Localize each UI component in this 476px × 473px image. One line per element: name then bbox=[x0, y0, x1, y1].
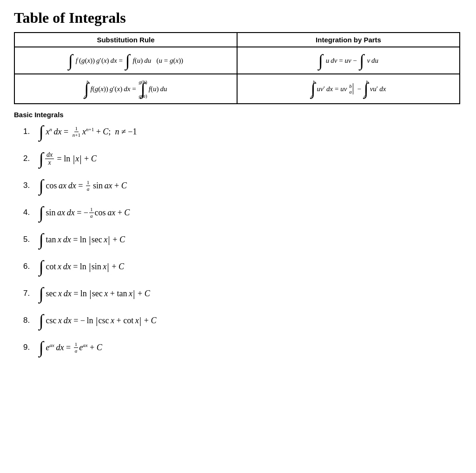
section-title: Basic Integrals bbox=[14, 111, 462, 119]
integral-icon-2: ∫ bbox=[126, 52, 130, 69]
list-item: 6. ∫ cot x dx = ln | sin x | + C bbox=[14, 258, 462, 275]
int-limits-ab-2: b ∫ a bbox=[311, 79, 316, 99]
list-item: 1. ∫ xn dx = 1 n+1 xn+1 + C; n ≠ −1 bbox=[14, 123, 462, 140]
table-row-2: b ∫ a f(g(x)) g′(x) dx = g(b) ∫ g(a) f(u… bbox=[15, 74, 459, 103]
table-header-row: Substitution Rule Integration by Parts bbox=[15, 33, 459, 47]
eval-bar: b a bbox=[349, 83, 353, 94]
row2-left: b ∫ a f(g(x)) g′(x) dx = g(b) ∫ g(a) f(u… bbox=[15, 74, 238, 103]
integral-icon: ∫ bbox=[68, 52, 73, 69]
header-substitution: Substitution Rule bbox=[15, 33, 238, 47]
list-item: 4. ∫ sin ax dx = − 1 a cos ax + C bbox=[14, 204, 462, 221]
integrals-table: Substitution Rule Integration by Parts ∫… bbox=[14, 32, 460, 104]
page-title: Table of Integrals bbox=[14, 9, 462, 27]
list-item: 8. ∫ csc x dx = − ln | csc x + cot x | +… bbox=[14, 312, 462, 329]
row1-right: ∫ u dv = uv − ∫ v du bbox=[238, 47, 459, 73]
integral-list: 1. ∫ xn dx = 1 n+1 xn+1 + C; n ≠ −1 2. ∫… bbox=[14, 123, 462, 356]
list-item: 5. ∫ tan x dx = ln | sec x | + C bbox=[14, 231, 462, 248]
table-row-1: ∫ f (g(x)) g′(x) dx = ∫ f(u) du (u = g(x… bbox=[15, 47, 459, 74]
list-item: 7. ∫ sec x dx = ln | sec x + tan x | + C bbox=[14, 285, 462, 302]
int-limits-gab: g(b) ∫ g(a) bbox=[139, 79, 147, 99]
list-item: 2. ∫ dx x = ln | x | + C bbox=[14, 150, 462, 167]
header-integration-by-parts: Integration by Parts bbox=[238, 33, 459, 47]
row1-left: ∫ f (g(x)) g′(x) dx = ∫ f(u) du (u = g(x… bbox=[15, 47, 238, 73]
row2-right: b ∫ a uv′ dx = uv b a − b ∫ a vu′ dx bbox=[238, 74, 459, 103]
int-limits-ab-1: b ∫ a bbox=[85, 79, 89, 99]
list-item: 3. ∫ cos ax dx = 1 a sin ax + C bbox=[14, 177, 462, 194]
integral-icon-4: ∫ bbox=[360, 52, 364, 69]
int-limits-ab-3: b ∫ a bbox=[364, 79, 369, 99]
basic-integrals-section: Basic Integrals 1. ∫ xn dx = 1 n+1 xn+1 … bbox=[14, 111, 462, 356]
integral-icon-3: ∫ bbox=[318, 52, 323, 69]
list-item: 9. ∫ eax dx = 1 a eax + C bbox=[14, 339, 462, 356]
